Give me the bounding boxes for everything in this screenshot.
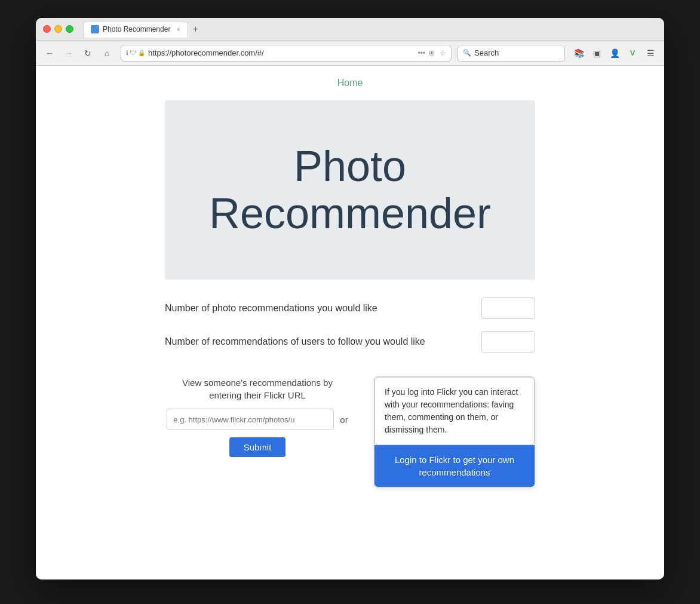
home-button[interactable]: ⌂ [99, 45, 115, 61]
reload-button[interactable]: ↻ [80, 45, 96, 61]
minimize-button[interactable] [54, 25, 62, 33]
security-icons: ℹ 🛡 🔒 [126, 50, 145, 56]
search-input[interactable] [474, 48, 560, 57]
search-icon: 🔍 [463, 49, 471, 57]
more-options-icon[interactable]: ••• [417, 49, 425, 57]
back-button[interactable]: ← [42, 45, 57, 61]
submit-button[interactable]: Submit [229, 437, 286, 457]
hero-title: Photo Recommender [209, 143, 491, 237]
shield-icon: 🛡 [130, 50, 136, 56]
url-input[interactable] [148, 48, 415, 57]
login-tooltip-text: If you log into Flickr you can interact … [374, 377, 535, 445]
site-nav: Home [337, 78, 363, 88]
vue-icon[interactable]: V [625, 45, 640, 61]
browser-window: Photo Recommender × + ← → ↻ ⌂ ℹ 🛡 🔒 ••• … [36, 18, 664, 580]
account-icon[interactable]: 👤 [607, 45, 622, 61]
login-box: If you log into Flickr you can interact … [374, 376, 535, 488]
lock-icon: 🔒 [138, 50, 145, 56]
url-section-label: View someone's recommendations by enteri… [165, 376, 350, 401]
title-bar: Photo Recommender × + [36, 18, 664, 41]
photo-recs-row: Number of photo recommendations you woul… [165, 298, 535, 319]
close-button[interactable] [43, 25, 51, 33]
tab-close-button[interactable]: × [176, 26, 180, 33]
nav-right-icons: 📚 ▣ 👤 V ☰ [571, 45, 658, 61]
tab-bar: Photo Recommender × + [83, 21, 201, 38]
user-recs-label: Number of recommendations of users to fo… [165, 336, 481, 347]
flickr-url-input[interactable] [167, 409, 334, 430]
or-text: or [340, 415, 348, 425]
home-nav-link[interactable]: Home [337, 78, 363, 88]
info-icon: ℹ [126, 50, 128, 56]
url-section: View someone's recommendations by enteri… [165, 376, 350, 457]
nav-bar: ← → ↻ ⌂ ℹ 🛡 🔒 ••• ⛨ ☆ 🔍 📚 ▣ 👤 V [36, 41, 664, 66]
form-section: Number of photo recommendations you woul… [165, 298, 535, 364]
page-content: Home Photo Recommender Number of photo r… [36, 66, 664, 580]
user-recs-row: Number of recommendations of users to fo… [165, 331, 535, 352]
search-box[interactable]: 🔍 [458, 45, 565, 62]
hero-banner: Photo Recommender [165, 100, 535, 280]
bookmark-icon[interactable]: ☆ [440, 49, 446, 57]
photo-recs-label: Number of photo recommendations you woul… [165, 303, 481, 314]
new-tab-button[interactable]: + [191, 24, 201, 34]
tab-title: Photo Recommender [103, 25, 170, 33]
address-extra-icons: ••• ⛨ ☆ [417, 49, 446, 57]
login-flickr-button[interactable]: Login to Flickr to get your own recommen… [374, 445, 535, 487]
library-icon[interactable]: 📚 [571, 45, 587, 61]
active-tab[interactable]: Photo Recommender × [83, 21, 188, 38]
pocket-icon[interactable]: ⛨ [429, 49, 436, 57]
sidebar-icon[interactable]: ▣ [589, 45, 604, 61]
maximize-button[interactable] [66, 25, 73, 33]
tab-favicon [91, 25, 99, 33]
photo-recs-spinner[interactable]: ▲ ▼ [481, 298, 535, 319]
photo-recs-input[interactable] [482, 303, 535, 314]
traffic-lights [43, 25, 73, 33]
user-recs-spinner[interactable]: ▲ ▼ [481, 331, 535, 352]
tooltip-content: If you log into Flickr you can interact … [385, 387, 518, 434]
menu-icon[interactable]: ☰ [643, 45, 658, 61]
login-section: If you log into Flickr you can interact … [374, 376, 535, 488]
user-recs-input[interactable] [482, 336, 535, 347]
lower-section: View someone's recommendations by enteri… [165, 376, 535, 488]
hero-title-line1: Photo [294, 142, 406, 190]
forward-button[interactable]: → [61, 45, 76, 61]
url-input-row: or [167, 409, 348, 430]
hero-title-line2: Recommender [209, 189, 491, 237]
address-bar[interactable]: ℹ 🛡 🔒 ••• ⛨ ☆ [121, 45, 452, 62]
